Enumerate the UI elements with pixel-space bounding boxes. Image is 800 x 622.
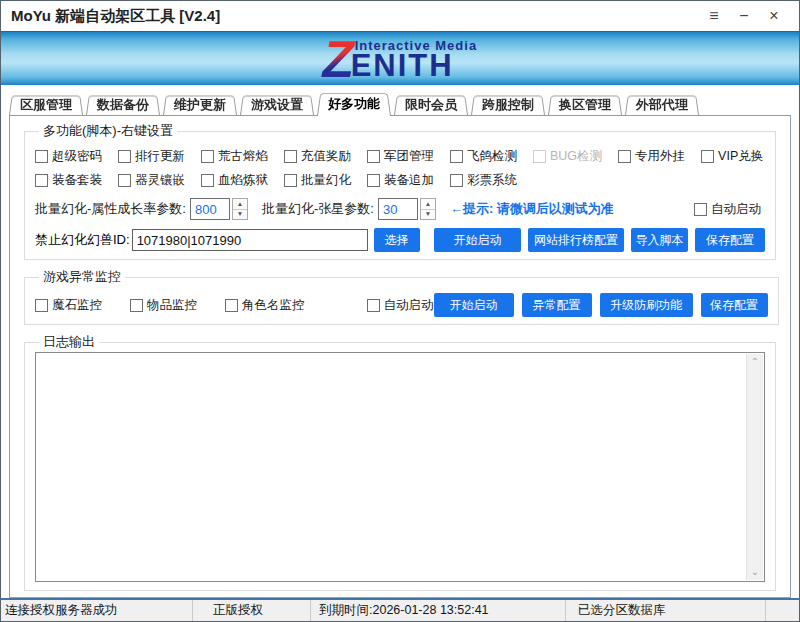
growth-param-input[interactable]: [190, 198, 230, 220]
status-license: 正版授权: [193, 600, 311, 621]
checkbox-pigeon-detect[interactable]: 飞鸽检测: [450, 148, 517, 165]
zenith-logo: Z Interactive Media ENITH: [323, 38, 477, 79]
title-bar: MoYu 新端自动架区工具 [V2.4] ≡ − ×: [1, 1, 799, 31]
checkbox-box: [225, 299, 238, 312]
log-group-title: 日志输出: [39, 333, 99, 351]
checkbox-box: [367, 174, 380, 187]
checkbox-box: [701, 150, 714, 163]
tab-maintenance-update[interactable]: 维护更新: [163, 94, 237, 115]
checkbox-box: [130, 299, 143, 312]
checkbox-box: [35, 174, 48, 187]
checkbox-batch-morph[interactable]: 批量幻化: [284, 172, 351, 189]
status-expiry: 到期时间:2026-01-28 13:52:41: [311, 600, 566, 621]
checkbox-auto-start-script[interactable]: 自动启动: [694, 201, 761, 218]
tab-more-features[interactable]: 好多功能: [317, 91, 391, 116]
log-scrollbar[interactable]: ⌃ ⌄: [746, 354, 763, 580]
star-param-label: 批量幻化-张星参数:: [262, 200, 374, 218]
log-output-text: [37, 354, 746, 580]
checkbox-lottery-system[interactable]: 彩票系统: [450, 172, 517, 189]
spinner-down-icon[interactable]: ▼: [233, 210, 247, 220]
features-group-title: 多功能(脚本)-右键设置: [39, 122, 177, 140]
checkbox-dedicated-plugin[interactable]: 专用外挂: [618, 148, 685, 165]
tab-external-proxy[interactable]: 外部代理: [625, 94, 699, 115]
brand-banner: Z Interactive Media ENITH: [1, 31, 799, 85]
close-icon[interactable]: ×: [759, 3, 789, 29]
tab-zone-management[interactable]: 区服管理: [9, 94, 83, 115]
forbid-id-input[interactable]: [132, 229, 368, 251]
checkbox-box: [367, 150, 380, 163]
checkbox-ranking-update[interactable]: 排行更新: [118, 148, 185, 165]
status-connection: 连接授权服务器成功: [1, 600, 193, 621]
checkbox-role-name-monitor[interactable]: 角色名监控: [225, 297, 305, 314]
features-checkbox-row-1: 超级密码 排行更新 荒古熔焰 充值奖励 军团管理 飞鸽检测 BUG检测 专用外挂…: [35, 148, 765, 165]
minimize-icon[interactable]: −: [729, 3, 759, 29]
checkbox-recharge-reward[interactable]: 充值奖励: [284, 148, 351, 165]
anomaly-config-button[interactable]: 异常配置: [522, 293, 592, 317]
tab-panel: 多功能(脚本)-右键设置 超级密码 排行更新 荒古熔焰 充值奖励 军团管理 飞鸽…: [9, 115, 791, 598]
monitor-group: 游戏异常监控 魔石监控 物品监控 角色名监控 自动启动 开始启动 异常配置 升级…: [24, 268, 779, 325]
spinner-up-icon[interactable]: ▲: [421, 199, 435, 210]
spinner-down-icon[interactable]: ▼: [421, 210, 435, 220]
star-param-input[interactable]: [378, 198, 418, 220]
growth-param-label: 批量幻化-属性成长率参数:: [35, 200, 186, 218]
morph-params-row: 批量幻化-属性成长率参数: ▲▼ 批量幻化-张星参数: ▲▼ ←提示: 请微调后…: [35, 198, 765, 220]
checkbox-box: [35, 150, 48, 163]
save-config-button[interactable]: 保存配置: [695, 228, 765, 252]
checkbox-box: [450, 174, 463, 187]
save-monitor-config-button[interactable]: 保存配置: [701, 293, 768, 317]
start-script-button[interactable]: 开始启动: [434, 228, 521, 252]
tuning-hint-text: ←提示: 请微调后以测试为准: [450, 200, 614, 218]
checkbox-legion-management[interactable]: 军团管理: [367, 148, 434, 165]
checkbox-equip-append[interactable]: 装备追加: [367, 172, 434, 189]
scroll-down-icon[interactable]: ⌄: [751, 564, 759, 580]
growth-param-spinner: ▲▼: [190, 198, 248, 220]
checkbox-super-password[interactable]: 超级密码: [35, 148, 102, 165]
tab-game-settings[interactable]: 游戏设置: [240, 94, 314, 115]
tab-timed-membership[interactable]: 限时会员: [394, 94, 468, 115]
checkbox-ancient-flame[interactable]: 荒古熔焰: [201, 148, 268, 165]
checkbox-weapon-spirit-inlay[interactable]: 器灵镶嵌: [118, 172, 185, 189]
star-param-spinner: ▲▼: [378, 198, 436, 220]
script-buttons: 开始启动 网站排行榜配置 导入脚本 保存配置: [434, 228, 765, 252]
start-monitor-button[interactable]: 开始启动: [434, 293, 514, 317]
window-title: MoYu 新端自动架区工具 [V2.4]: [11, 7, 220, 26]
tab-data-backup[interactable]: 数据备份: [86, 94, 160, 115]
checkbox-vip-exchange[interactable]: VIP兑换: [701, 148, 763, 165]
website-ranking-config-button[interactable]: 网站排行榜配置: [528, 228, 624, 252]
checkbox-box: [201, 150, 214, 163]
forbid-id-row: 禁止幻化幻兽ID: 选择 开始启动 网站排行榜配置 导入脚本 保存配置: [35, 228, 765, 252]
select-button[interactable]: 选择: [374, 228, 420, 252]
import-script-button[interactable]: 导入脚本: [631, 228, 688, 252]
checkbox-box: [450, 150, 463, 163]
log-output[interactable]: ⌃ ⌄: [35, 352, 765, 582]
tab-bar: 区服管理 数据备份 维护更新 游戏设置 好多功能 限时会员 跨服控制 换区管理 …: [1, 89, 799, 115]
monitor-group-title: 游戏异常监控: [39, 268, 125, 286]
upgrade-anti-brush-button[interactable]: 升级防刷功能: [600, 293, 693, 317]
checkbox-box: [118, 150, 131, 163]
checkbox-box: [618, 150, 631, 163]
scroll-up-icon[interactable]: ⌃: [751, 354, 759, 370]
checkbox-blood-flame-prison[interactable]: 血焰炼狱: [201, 172, 268, 189]
checkbox-equip-suit[interactable]: 装备套装: [35, 172, 102, 189]
checkbox-box: [694, 203, 707, 216]
features-checkbox-row-2: 装备套装 器灵镶嵌 血焰炼狱 批量幻化 装备追加 彩票系统: [35, 172, 765, 189]
logo-name: ENITH: [351, 53, 454, 79]
menu-icon[interactable]: ≡: [699, 3, 729, 29]
checkbox-box: [201, 174, 214, 187]
checkbox-box: [367, 299, 380, 312]
checkbox-box: [35, 299, 48, 312]
window-controls: ≡ − ×: [699, 3, 789, 29]
log-group: 日志输出 ⌃ ⌄: [24, 333, 776, 591]
checkbox-box: [533, 150, 546, 163]
spinner-up-icon[interactable]: ▲: [233, 199, 247, 210]
checkbox-magic-stone-monitor[interactable]: 魔石监控: [35, 297, 102, 314]
tab-zone-change-management[interactable]: 换区管理: [548, 94, 622, 115]
checkbox-item-monitor[interactable]: 物品监控: [130, 297, 197, 314]
status-database: 已选分区数据库: [566, 600, 766, 621]
features-group: 多功能(脚本)-右键设置 超级密码 排行更新 荒古熔焰 充值奖励 军团管理 飞鸽…: [24, 122, 776, 260]
checkbox-auto-start-monitor[interactable]: 自动启动: [367, 297, 434, 314]
status-bar: 连接授权服务器成功 正版授权 到期时间:2026-01-28 13:52:41 …: [1, 598, 799, 621]
checkbox-box: [284, 174, 297, 187]
tab-cross-server-control[interactable]: 跨服控制: [471, 94, 545, 115]
forbid-id-label: 禁止幻化幻兽ID:: [35, 231, 130, 249]
